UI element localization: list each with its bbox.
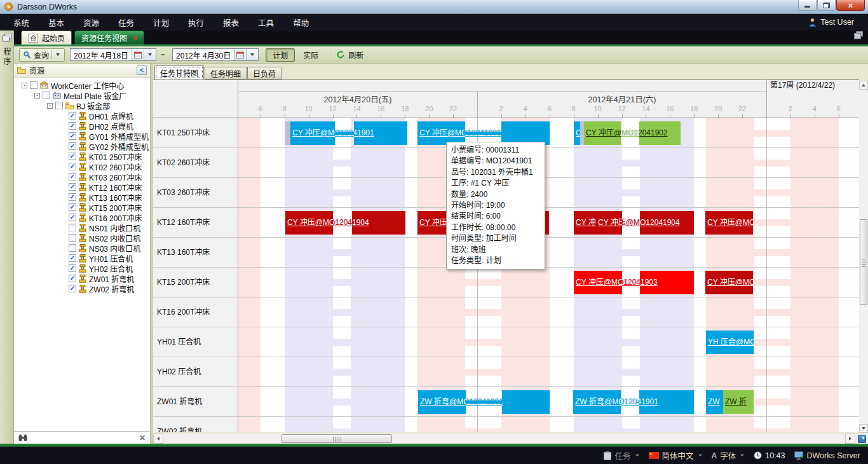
menu-item-5[interactable]: 执行 (179, 13, 214, 32)
date-from-calendar-button[interactable] (132, 49, 144, 60)
view-tab-0[interactable]: 任务甘特图 (154, 65, 204, 79)
restore-button[interactable] (817, 0, 836, 11)
menu-item-2[interactable]: 资源 (74, 13, 109, 32)
tree-expander-icon[interactable]: - (34, 93, 40, 99)
tree-expander-icon[interactable]: - (22, 83, 27, 88)
gantt-task-bar[interactable]: CY 冲压@MO12041902CY 冲压@MO12041902CY 冲压@MO… (584, 121, 681, 145)
tree-item-GY02[interactable]: ✓GY02 外桶成型机 (69, 141, 150, 151)
tab-resource-task-view[interactable]: 资源任务视图 × (74, 31, 144, 44)
tree-item-Metal[interactable]: -Metal Plate 钣金厂 (34, 90, 150, 100)
gantt-task-bar[interactable]: ZWZW (706, 390, 723, 414)
gantt-task-bar[interactable]: ZW 折弯@MO12041901ZW 折弯@MO12041901ZW 折弯@MO… (418, 390, 550, 414)
window-list-icon[interactable] (854, 31, 863, 42)
tree-checkbox[interactable]: ✓ (69, 142, 76, 150)
actual-toggle-button[interactable]: 实际 (297, 48, 324, 62)
tree-item-BJ[interactable]: -BJ 钣金部 (47, 100, 150, 111)
gantt-task-bar[interactable]: CC (574, 121, 580, 145)
scroll-up-button[interactable] (859, 81, 868, 90)
gantt-task-bar[interactable]: CY 冲压@MO1CY 冲压@MO1 (705, 211, 753, 235)
menu-item-0[interactable]: 系统 (4, 13, 39, 32)
vertical-scrollbar[interactable] (859, 81, 868, 433)
scroll-left-button[interactable] (153, 433, 163, 444)
date-to-dropdown-button[interactable] (246, 49, 258, 60)
tree-checkbox[interactable]: ✓ (69, 285, 76, 292)
tree-item-NS03[interactable]: NS03 内收口机 (69, 243, 150, 253)
tree-expander-icon[interactable]: - (47, 103, 53, 109)
tab-close-icon[interactable]: × (133, 35, 137, 41)
tree-item-DH02[interactable]: ✓DH02 点焊机 (69, 121, 150, 131)
status-language-menu[interactable]: 简体中文 (649, 449, 702, 461)
date-to-field[interactable]: 2012年 4月30日 (172, 48, 259, 61)
tree-item-KT16[interactable]: ✓KT16 200T冲床 (69, 212, 150, 222)
tree-checkbox[interactable] (69, 234, 76, 242)
tree-item-DH01[interactable]: ✓DH01 点焊机 (69, 111, 150, 121)
menu-item-3[interactable]: 任务 (109, 13, 144, 32)
gantt-task-bar[interactable]: ZW 折弯@MO12041901ZW 折弯@MO12041901ZW 折弯@MO… (573, 390, 694, 414)
tree-checkbox[interactable] (69, 224, 76, 231)
user-indicator[interactable]: Test User (808, 18, 864, 27)
close-button[interactable]: × (836, 0, 865, 11)
tree-item-NS01[interactable]: NS01 内收口机 (69, 222, 150, 233)
status-task-menu[interactable]: 任务 (604, 449, 639, 461)
gantt-task-bar[interactable]: CY 冲压@MO12041904CY 冲压@MO12041904CY 冲压@MO… (596, 211, 694, 235)
tree-item-YH01[interactable]: ✓YH01 压合机 (69, 253, 150, 263)
menu-item-4[interactable]: 计划 (144, 13, 179, 32)
tree-checkbox[interactable]: ✓ (69, 132, 76, 140)
tree-checkbox[interactable]: ✓ (69, 254, 76, 262)
tree-checkbox[interactable]: ✓ (69, 163, 76, 170)
gantt-task-bar[interactable]: CY 冲压@MO12041904CY 冲压@MO12041904CY 冲压@MO… (285, 211, 405, 235)
tree-item-ZW01[interactable]: ✓ZW01 折弯机 (69, 273, 150, 283)
tree-item-KT13[interactable]: ✓KT13 160T冲床 (69, 192, 150, 202)
scroll-corner-button[interactable] (855, 433, 868, 444)
menu-item-8[interactable]: 帮助 (283, 13, 318, 32)
menu-item-7[interactable]: 工具 (248, 13, 283, 32)
view-tab-1[interactable]: 任务明细 (205, 67, 247, 79)
tree-checkbox[interactable] (55, 102, 63, 109)
collapse-panel-button[interactable]: < (137, 65, 147, 75)
gantt-task-bar[interactable]: ZW 折ZW 折 (723, 390, 754, 414)
tree-item-GY01[interactable]: ✓GY01 外桶成型机 (69, 131, 150, 141)
tree-checkbox[interactable]: ✓ (69, 153, 76, 160)
date-to-calendar-button[interactable] (234, 49, 246, 60)
tree-item-KT02[interactable]: ✓KT02 260T冲床 (69, 161, 150, 172)
status-server[interactable]: DWorks Server (794, 451, 860, 460)
menu-item-6[interactable]: 报表 (214, 13, 248, 32)
gantt-task-bar[interactable]: CY 冲压@MO1CY 冲压@MO1 (705, 271, 753, 294)
tree-checkbox[interactable]: ✓ (69, 275, 76, 282)
tree-item-KT03[interactable]: ✓KT03 260T冲床 (69, 172, 150, 182)
tree-item-NS02[interactable]: NS02 内收口机 (69, 233, 150, 243)
tree-checkbox[interactable]: ✓ (69, 193, 76, 201)
view-tab-2[interactable]: 日负荷 (247, 67, 281, 79)
program-side-strip[interactable]: 程序 (0, 31, 14, 444)
refresh-button[interactable]: 刷新 (336, 50, 363, 60)
horizontal-scrollbar[interactable] (153, 433, 855, 444)
tree-checkbox[interactable]: ✓ (69, 203, 76, 211)
date-from-field[interactable]: 2012年 4月18日 (70, 48, 156, 61)
minimize-button[interactable] (798, 0, 817, 11)
tree-checkbox[interactable]: ✓ (69, 264, 76, 272)
tree-item-KT01[interactable]: ✓KT01 250T冲床 (69, 151, 150, 161)
tree-item-KT15[interactable]: ✓KT15 200T冲床 (69, 202, 150, 212)
tree-checkbox[interactable]: ✓ (69, 173, 76, 181)
tree-checkbox[interactable] (69, 244, 76, 252)
gantt-task-bar[interactable]: CY 冲压@MO12041901CY 冲压@MO12041901CY 冲压@MO… (290, 121, 407, 145)
gantt-task-bar[interactable] (285, 121, 290, 145)
tree-item-ZW02[interactable]: ✓ZW02 折弯机 (69, 283, 150, 294)
horizontal-scroll-thumb[interactable] (281, 434, 392, 443)
tree-item-YH02[interactable]: ✓YH02 压合机 (69, 263, 150, 273)
find-binoculars-icon[interactable] (18, 434, 27, 442)
tree-checkbox[interactable]: ✓ (69, 112, 76, 119)
menu-item-1[interactable]: 基本 (39, 13, 74, 32)
gantt-task-bar[interactable]: YH 压合@MO1YH 压合@MO1 (706, 331, 754, 354)
tree-checkbox[interactable]: ✓ (69, 122, 76, 130)
gantt-task-bar[interactable]: CY 冲CY 冲 (574, 211, 596, 235)
tab-home[interactable]: 起始页 (21, 31, 72, 44)
date-from-dropdown-button[interactable] (144, 49, 156, 60)
query-caret-icon[interactable] (56, 53, 60, 56)
query-button[interactable]: 查询 (19, 48, 65, 62)
status-font-menu[interactable]: A 字体 (712, 449, 745, 461)
tree-checkbox[interactable]: ✓ (69, 183, 76, 191)
scroll-down-button[interactable] (859, 424, 868, 433)
gantt-task-bar[interactable]: CY 冲压@MO12041903CY 冲压@MO12041903CY 冲压@MO… (574, 271, 694, 294)
tree-checkbox[interactable]: ✓ (69, 214, 76, 221)
